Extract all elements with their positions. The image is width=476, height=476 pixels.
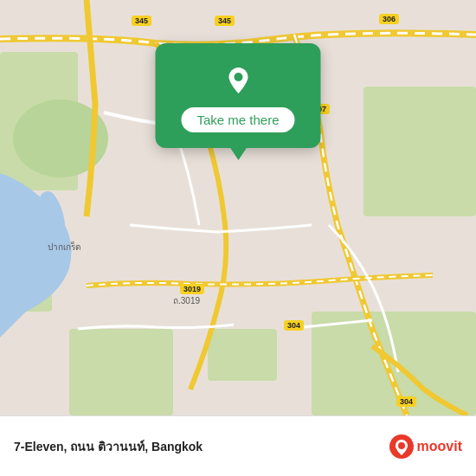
svg-rect-4 [69,329,173,415]
svg-rect-3 [363,87,476,216]
road-badge-306: 306 [379,14,399,24]
location-popup: Take me there [155,43,320,148]
svg-rect-6 [208,329,277,381]
location-name: 7-Eleven, ถนน ติวานนท์, Bangkok [14,437,389,456]
road-badge-304-right: 304 [396,396,416,407]
road-badge-345-center: 345 [215,16,235,26]
location-pin-icon [219,61,257,99]
road-badge-345-left: 345 [132,16,151,26]
svg-point-9 [234,73,242,81]
moovit-text: moovit [417,439,462,454]
moovit-logo: moovit [389,434,462,459]
moovit-icon [389,434,414,459]
bottom-bar: 7-Eleven, ถนน ติวานนท์, Bangkok moovit [0,415,476,476]
map-container: 345 345 306 307 3019 304 304 ปากเกร็ด ถ.… [0,0,476,415]
pak-kret-label: ปากเกร็ด [48,241,81,254]
road-badge-3019: 3019 [180,284,204,294]
location-info: 7-Eleven, ถนน ติวานนท์, Bangkok [14,437,389,456]
svg-point-11 [398,442,405,449]
tivanon-label: ถ.3019 [173,294,200,307]
take-me-there-button[interactable]: Take me there [181,107,294,132]
road-badge-304-center: 304 [284,320,304,331]
